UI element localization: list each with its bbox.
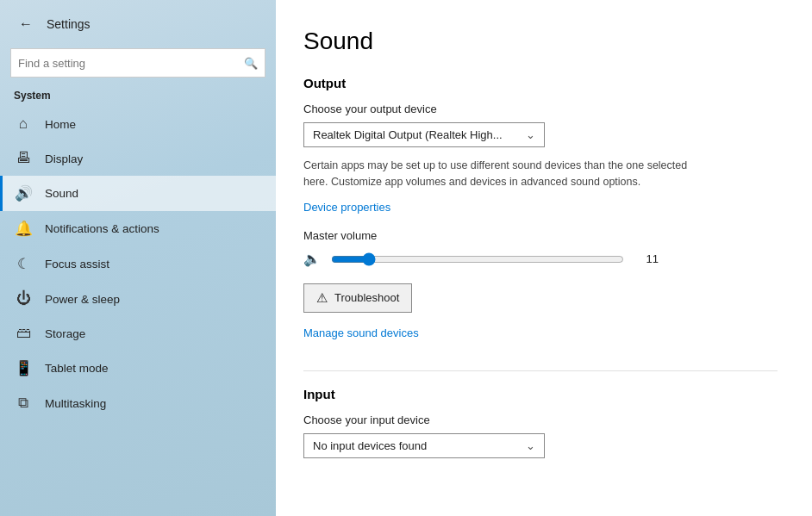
sidebar-item-power[interactable]: ⏻ Power & sleep: [0, 282, 276, 316]
notifications-icon: 🔔: [14, 220, 33, 238]
home-icon: ⌂: [14, 115, 33, 133]
search-input[interactable]: [18, 57, 244, 70]
input-device-label: Choose your input device: [303, 413, 778, 426]
output-device-dropdown[interactable]: Realtek Digital Output (Realtek High... …: [303, 122, 545, 147]
sidebar-item-home[interactable]: ⌂ Home: [0, 107, 276, 141]
sidebar-item-label: Multitasking: [45, 397, 106, 410]
main-content: Sound Output Choose your output device R…: [276, 0, 812, 516]
sidebar-item-label: Home: [45, 118, 76, 131]
sidebar-item-sound[interactable]: 🔊 Sound: [0, 176, 276, 211]
input-section: Input Choose your input device No input …: [303, 387, 778, 458]
storage-icon: 🗃: [14, 325, 33, 342]
sound-icon: 🔊: [14, 184, 33, 202]
volume-row: 🔈 11: [303, 251, 778, 268]
input-device-dropdown[interactable]: No input devices found ⌄: [303, 433, 545, 458]
sidebar-item-label: Power & sleep: [45, 293, 120, 306]
sidebar-item-tablet[interactable]: 📱 Tablet mode: [0, 351, 276, 386]
troubleshoot-label: Troubleshoot: [334, 291, 399, 304]
output-device-label: Choose your output device: [303, 103, 778, 115]
back-button[interactable]: ←: [14, 12, 38, 36]
tablet-icon: 📱: [14, 359, 33, 377]
sidebar-item-label: Storage: [45, 327, 85, 340]
sidebar-header: ← Settings: [0, 0, 276, 45]
master-volume-label: Master volume: [303, 229, 778, 242]
multitasking-icon: ⧉: [14, 395, 33, 412]
page-title: Sound: [303, 28, 778, 55]
chevron-down-icon-input: ⌄: [526, 439, 535, 452]
sidebar-item-focus[interactable]: ☾ Focus assist: [0, 246, 276, 282]
sidebar-item-label: Tablet mode: [45, 362, 109, 375]
sidebar-item-display[interactable]: 🖶 Display: [0, 141, 276, 176]
volume-icon: 🔈: [303, 251, 321, 267]
sidebar-item-notifications[interactable]: 🔔 Notifications & actions: [0, 211, 276, 246]
output-section: Output Choose your output device Realtek…: [303, 76, 778, 355]
volume-slider[interactable]: [331, 252, 624, 266]
output-info-text: Certain apps may be set up to use differ…: [303, 158, 691, 190]
input-device-value: No input devices found: [313, 439, 427, 452]
sidebar: ← Settings 🔍 System ⌂ Home 🖶 Display 🔊 S…: [0, 0, 276, 516]
sidebar-item-label: Display: [45, 152, 83, 165]
sidebar-item-storage[interactable]: 🗃 Storage: [0, 316, 276, 351]
sidebar-item-label: Notifications & actions: [45, 222, 159, 235]
device-properties-link[interactable]: Device properties: [303, 201, 390, 214]
sidebar-item-label: Focus assist: [45, 258, 109, 270]
sidebar-item-label: Sound: [45, 187, 78, 200]
chevron-down-icon: ⌄: [526, 128, 535, 141]
output-section-title: Output: [303, 76, 778, 90]
input-section-title: Input: [303, 387, 778, 401]
search-icon: 🔍: [244, 57, 258, 70]
display-icon: 🖶: [14, 150, 33, 167]
system-section-label: System: [0, 86, 276, 107]
volume-slider-container: [331, 251, 624, 268]
volume-value: 11: [634, 252, 659, 265]
sidebar-item-multitasking[interactable]: ⧉ Multitasking: [0, 386, 276, 420]
focus-icon: ☾: [14, 255, 33, 273]
power-icon: ⏻: [14, 290, 33, 308]
search-box[interactable]: 🔍: [10, 48, 265, 78]
troubleshoot-button[interactable]: ⚠ Troubleshoot: [303, 283, 412, 313]
app-title: Settings: [47, 17, 91, 31]
section-divider: [303, 370, 778, 371]
output-device-value: Realtek Digital Output (Realtek High...: [313, 128, 503, 141]
manage-sound-devices-link[interactable]: Manage sound devices: [303, 326, 419, 339]
warning-icon: ⚠: [316, 290, 328, 306]
